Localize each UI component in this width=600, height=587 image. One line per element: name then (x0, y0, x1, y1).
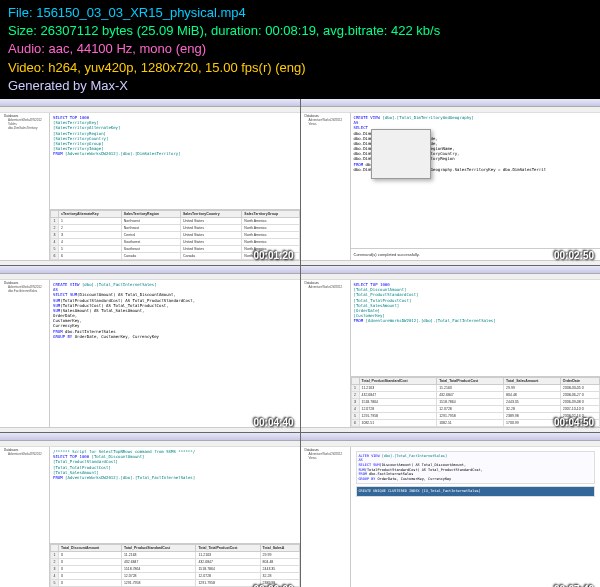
table-row: 1011.216311.216329.99 (51, 551, 300, 558)
table-row: 4012.072812.072832.28 (51, 572, 300, 579)
sql-editor[interactable]: SELECT TOP 1000 [Total_DiscountAmount] [… (351, 280, 601, 376)
timestamp: 00:02:50 (554, 250, 594, 261)
sql-editor[interactable]: ALTER VIEW [dbo].[Total_FactInternetSale… (351, 447, 601, 587)
window-titlebar (0, 266, 300, 274)
results-grid[interactable]: Total_DiscountAmountTotal_ProductStandar… (50, 543, 300, 587)
table-row: 44SouthwestUnited StatesNorth America (51, 238, 300, 245)
thumbnail-1: Databases AdventureWorksDW2012 Tables db… (0, 99, 300, 265)
media-info-header: File: 156150_03_03_XR15_physical.mp4 Siz… (0, 0, 600, 99)
thumbnail-5: Databases AdventureWorksDW2012 /****** S… (0, 433, 300, 587)
object-explorer: Databases AdventureWorksDW2012 Views (301, 447, 351, 587)
table-row: 2432.6847432.6847804.482008-06-27 0 (351, 391, 600, 398)
thumbnail-6: Databases AdventureWorksDW2012 Views ALT… (301, 433, 601, 587)
window-titlebar (0, 433, 300, 441)
table-row: 11NorthwestUnited StatesNorth America (51, 217, 300, 224)
table-row: 33CentralUnited StatesNorth America (51, 231, 300, 238)
thumbnail-2: Databases AdventureWorksDW2012 Views CRE… (301, 99, 601, 265)
window-titlebar (301, 433, 601, 441)
table-row: 31518.78641518.78642443.352006-09-08 0 (351, 398, 600, 405)
timestamp: 00:01:20 (253, 250, 293, 261)
thumbnail-4: Databases AdventureWorksDW2012 SELECT TO… (301, 266, 601, 432)
timestamp: 00:04:40 (253, 417, 293, 428)
sql-editor[interactable]: CREATE VIEW [dbo].[Total_FactInternetSal… (50, 280, 300, 427)
table-row: 412.072812.072832.282007-10-10 0 (351, 405, 600, 412)
thumbnail-grid: Databases AdventureWorksDW2012 Tables db… (0, 99, 600, 587)
table-row: 20432.6847432.6847804.48 (51, 558, 300, 565)
table-row: 22NortheastUnited StatesNorth America (51, 224, 300, 231)
object-explorer: Databases AdventureWorksDW2012 Tables db… (0, 113, 50, 260)
window-titlebar (301, 266, 601, 274)
object-explorer: Databases AdventureWorksDW2012 (0, 447, 50, 587)
table-row: 111.216311.216329.992008-03-05 0 (351, 384, 600, 391)
window-titlebar (0, 99, 300, 107)
object-explorer: Databases AdventureWorksDW2012 dbo.FactI… (0, 280, 50, 427)
thumbnail-3: Databases AdventureWorksDW2012 dbo.FactI… (0, 266, 300, 432)
object-explorer: Databases AdventureWorksDW2012 (301, 280, 351, 427)
sql-editor[interactable]: /****** Script for SelectTopNRows comman… (50, 447, 300, 543)
timestamp: 00:04:50 (554, 417, 594, 428)
window-titlebar (301, 99, 601, 107)
object-explorer: Databases AdventureWorksDW2012 Views (301, 113, 351, 260)
table-row: 301518.78641518.78642443.35 (51, 565, 300, 572)
sql-editor[interactable]: SELECT TOP 1000 [SalesTerritoryKey] [Sal… (50, 113, 300, 209)
dialog-box[interactable] (371, 129, 431, 179)
